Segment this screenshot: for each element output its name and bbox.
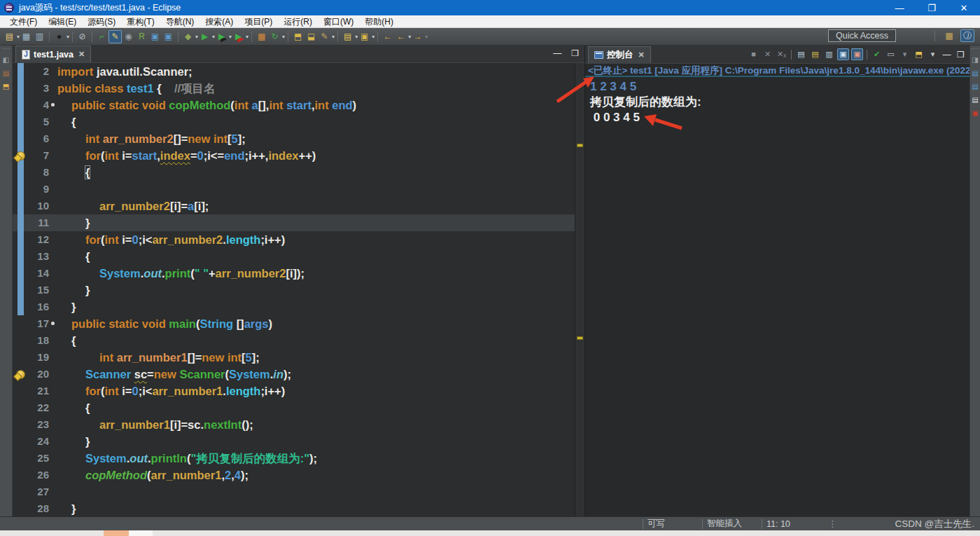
code-line-27[interactable]: 27 — [13, 483, 575, 500]
menu-item-2[interactable]: 源码(S) — [82, 15, 121, 28]
package-explorer-min-icon[interactable]: ⬒ — [1, 82, 10, 90]
console-maximize-button[interactable]: ❒ — [955, 48, 967, 60]
code-line-8[interactable]: 8{ — [13, 164, 575, 181]
status-overflow-dots[interactable]: ⋮ — [828, 518, 837, 529]
new-wizard-icon[interactable]: ▤ — [3, 30, 16, 43]
pin-dd-icon[interactable]: ▾ — [899, 48, 911, 60]
pin-editor-icon[interactable]: ▣ — [358, 30, 371, 43]
open-perspective-icon[interactable]: ▦ — [942, 29, 956, 42]
tasks-min-icon[interactable]: ▤ — [971, 95, 980, 104]
code-line-7[interactable]: 7for(int i=start,index=0;i<=end;i++,inde… — [13, 147, 575, 164]
back-icon[interactable]: ← — [394, 30, 407, 43]
coverage-icon[interactable]: ▶ — [215, 30, 228, 43]
code-line-19[interactable]: 19int arr_number1[]=new int[5]; — [13, 349, 575, 366]
open-task-icon[interactable]: ● — [52, 30, 66, 43]
code-line-23[interactable]: 23arr_number1[i]=sc.nextInt(); — [13, 416, 575, 433]
menu-item-0[interactable]: 文件(F) — [4, 15, 43, 28]
clear-console-icon[interactable]: ▤ — [795, 48, 807, 60]
forward-icon[interactable]: → — [411, 30, 424, 43]
editor-minimize-button[interactable]: — — [553, 48, 561, 58]
warning-lightbulb-icon[interactable] — [16, 370, 25, 379]
code-line-15[interactable]: 15} — [13, 282, 575, 298]
open-console-dd-icon[interactable]: ▾ — [927, 48, 939, 60]
menu-item-5[interactable]: 搜索(A) — [200, 15, 239, 28]
open-console-icon[interactable]: ⬒ — [913, 48, 925, 60]
console-output[interactable]: 1 2 3 4 5拷贝复制后的数组为: 0 0 3 4 5 — [585, 77, 969, 128]
save-icon[interactable]: ▦ — [20, 30, 33, 43]
strip-handle[interactable]: ∙∙∙∙ — [1, 48, 10, 50]
menu-item-9[interactable]: 帮助(H) — [359, 15, 399, 28]
refresh-icon[interactable]: ↻ — [268, 30, 281, 43]
outline-view-min-icon[interactable]: ▤ — [971, 82, 980, 90]
menu-item-4[interactable]: 导航(N) — [160, 15, 200, 28]
word-wrap-icon[interactable]: ▥ — [823, 48, 835, 60]
console-tab-close-icon[interactable]: ✕ — [638, 50, 645, 60]
open-task-icon-dropdown[interactable]: ▾ — [66, 34, 69, 40]
export-icon[interactable]: ⬓ — [304, 30, 318, 43]
remove-all-launches-icon[interactable]: ✕ₓ — [776, 48, 788, 60]
format-icon-dropdown[interactable]: ▾ — [332, 34, 335, 40]
code-line-24[interactable]: 24} — [13, 433, 575, 450]
problems-min-icon[interactable]: ▣ — [971, 109, 980, 117]
code-line-6[interactable]: 6int arr_number2[]=new int[5]; — [13, 130, 575, 147]
code-line-26[interactable]: 26copMethod(arr_number1,2,4); — [13, 467, 575, 483]
window-restore-button[interactable]: ❐ — [916, 0, 948, 15]
outline-min-icon[interactable]: ▤ — [1, 69, 10, 77]
open-log-icon[interactable]: ▤ — [809, 48, 821, 60]
strip-handle[interactable]: ∙∙∙∙ — [971, 48, 980, 50]
code-line-17[interactable]: 17public static void main(String []args) — [13, 315, 575, 332]
save-all-icon[interactable]: ▥ — [33, 30, 46, 43]
code-line-2[interactable]: 2import java.util.Scanner; — [13, 63, 575, 80]
back-jump-icon[interactable]: ← — [381, 30, 394, 43]
new-interface-icon[interactable]: ▣ — [162, 30, 175, 43]
profile-icon-dropdown[interactable]: ▾ — [246, 34, 248, 40]
show-stdout-icon[interactable]: ▣ — [837, 48, 849, 60]
window-close-button[interactable]: ✕ — [948, 0, 980, 15]
pin-editor-icon-dropdown[interactable]: ▾ — [372, 34, 374, 40]
quick-access-box[interactable]: Quick Access — [828, 29, 896, 42]
tab-close-icon[interactable]: ✕ — [78, 50, 85, 59]
code-line-11[interactable]: 11} — [13, 214, 575, 231]
warning-overview-marker[interactable] — [577, 144, 583, 147]
open-type-icon[interactable]: ◉ — [122, 30, 135, 43]
tab-test1-java[interactable]: J test1.java ✕ — [15, 46, 91, 62]
code-line-12[interactable]: 12for(int i=0;i<arr_number2.length;i++) — [13, 231, 575, 248]
code-editor[interactable]: 2import java.util.Scanner;3public class … — [13, 63, 584, 517]
menu-item-1[interactable]: 编辑(E) — [43, 15, 82, 28]
code-line-18[interactable]: 18{ — [13, 332, 575, 349]
menu-item-7[interactable]: 运行(R) — [278, 15, 318, 28]
console-minimize-button[interactable]: — — [941, 48, 953, 60]
menu-item-8[interactable]: 窗口(W) — [318, 15, 359, 28]
editor-maximize-button[interactable]: ❒ — [571, 48, 579, 58]
java-perspective-icon[interactable]: Ⓙ — [960, 29, 974, 42]
code-line-4[interactable]: 4public static void copMethod(int a[],in… — [13, 97, 575, 114]
console-process-header[interactable]: <已终止> test1 [Java 应用程序] C:\Program Files… — [585, 64, 969, 77]
run-icon[interactable]: ▶ — [198, 30, 211, 43]
overview-ruler[interactable] — [575, 63, 584, 517]
code-line-13[interactable]: 13{ — [13, 248, 575, 265]
warning-overview-marker[interactable] — [577, 336, 583, 340]
build-all-icon[interactable]: R — [135, 30, 148, 43]
tab-console[interactable]: 控制台 ✕ — [588, 46, 651, 63]
code-line-14[interactable]: 14System.out.print(" "+arr_number2[i]); — [13, 265, 575, 282]
window-minimize-button[interactable]: — — [883, 0, 916, 15]
open-element-icon[interactable]: ✎ — [108, 30, 122, 43]
show-stderr-icon[interactable]: ▣ — [851, 48, 863, 60]
display-selected-console-icon[interactable]: ✔ — [871, 48, 883, 60]
snippets-min-icon[interactable]: ▤ — [971, 69, 980, 77]
restore-pane-icon[interactable]: ◨ — [971, 55, 980, 64]
code-line-20[interactable]: 20Scanner sc=new Scanner(System.in); — [13, 366, 575, 383]
forward-icon-dropdown[interactable]: ▾ — [425, 34, 428, 40]
menu-item-3[interactable]: 重构(T) — [121, 15, 160, 28]
format-icon[interactable]: ✎ — [318, 30, 331, 43]
code-line-5[interactable]: 5{ — [13, 114, 575, 130]
code-line-22[interactable]: 22{ — [13, 399, 575, 416]
monitor-icon[interactable]: ▭ — [885, 48, 897, 60]
code-line-9[interactable]: 9 — [13, 181, 575, 198]
terminate-icon[interactable]: ■ — [748, 48, 760, 60]
restore-pane-icon[interactable]: ◧ — [1, 55, 10, 64]
code-line-21[interactable]: 21for(int i=0;i<arr_number1.length;i++) — [13, 383, 575, 399]
code-line-10[interactable]: 10arr_number2[i]=a[i]; — [13, 198, 575, 214]
debug-icon[interactable]: ◆ — [181, 30, 195, 43]
code-line-28[interactable]: 28} — [13, 500, 575, 517]
